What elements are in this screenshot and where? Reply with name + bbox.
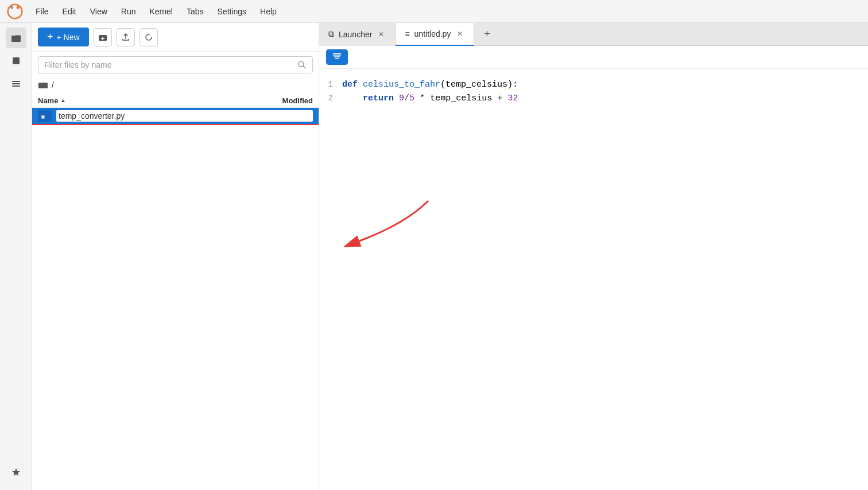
upload-button[interactable] — [117, 28, 135, 46]
file-type-icon: ▣ — [38, 110, 52, 122]
svg-text:▣: ▣ — [41, 114, 45, 119]
main-layout: + + New — [0, 23, 868, 490]
tab-add-button[interactable]: + — [475, 23, 498, 46]
menu-kernel[interactable]: Kernel — [144, 5, 178, 18]
new-folder-icon — [98, 33, 107, 42]
editor-toolbar — [319, 46, 868, 69]
menubar: File Edit View Run Kernel Tabs Settings … — [0, 0, 868, 23]
col-modified-label: Modified — [282, 96, 313, 105]
tab-untitled-close[interactable]: ✕ — [455, 29, 464, 38]
svg-point-1 — [17, 6, 20, 9]
menu-tabs[interactable]: Tabs — [181, 5, 210, 18]
tab-untitled-icon: ≡ — [405, 29, 409, 38]
tab-add-icon: + — [484, 28, 490, 40]
svg-rect-3 — [11, 36, 21, 42]
breadcrumb-path: / — [52, 80, 54, 90]
jupyter-logo — [7, 3, 23, 20]
code-area[interactable]: 1 def celsius_to_fahr(temp_celsius): 2 r… — [319, 69, 868, 490]
new-folder-button[interactable] — [94, 28, 112, 46]
menu-view[interactable]: View — [84, 5, 113, 18]
tab-launcher-close[interactable]: ✕ — [377, 30, 386, 39]
line-num-1: 1 — [319, 78, 342, 92]
svg-rect-4 — [13, 57, 20, 64]
svg-point-0 — [8, 4, 22, 18]
col-name-header[interactable]: Name — [38, 96, 244, 105]
new-button[interactable]: + + New — [38, 28, 89, 46]
menu-edit[interactable]: Edit — [57, 5, 82, 18]
svg-rect-5 — [12, 81, 20, 82]
code-content-1: def celsius_to_fahr(temp_celsius): — [342, 78, 868, 92]
editor-panel: ⧉ Launcher ✕ ≡ untitled.py ✕ + — [319, 23, 868, 490]
breadcrumb-folder-icon — [38, 80, 48, 90]
tab-launcher[interactable]: ⧉ Launcher ✕ — [319, 23, 396, 46]
filter-lines-icon — [332, 52, 342, 60]
file-browser: + + New — [32, 23, 319, 490]
breadcrumb: / — [32, 78, 319, 94]
search-icon — [297, 60, 307, 69]
editor-toolbar-btn[interactable] — [326, 49, 348, 65]
code-content-2: return 9/5 * temp_celsius + 32 — [342, 92, 868, 106]
sidebar-btn-extensions[interactable] — [6, 462, 26, 483]
sort-asc-icon — [60, 98, 66, 104]
icon-sidebar — [0, 23, 32, 490]
filter-input-wrap — [38, 56, 313, 73]
file-list: ▣ — [32, 108, 319, 490]
code-line-2: 2 return 9/5 * temp_celsius + 32 — [319, 92, 868, 106]
line-num-2: 2 — [319, 92, 342, 106]
menu-settings[interactable]: Settings — [212, 5, 253, 18]
file-name-input[interactable] — [56, 110, 313, 122]
new-button-label: + New — [57, 33, 80, 42]
python-file-icon: ▣ — [40, 111, 50, 120]
sidebar-btn-folder[interactable] — [6, 28, 26, 48]
svg-point-2 — [10, 6, 13, 9]
tab-bar: ⧉ Launcher ✕ ≡ untitled.py ✕ + — [319, 23, 868, 46]
svg-rect-6 — [12, 83, 20, 84]
upload-icon — [121, 33, 130, 42]
tab-untitled-label: untitled.py — [414, 29, 451, 38]
filter-area — [32, 52, 319, 78]
menu-run[interactable]: Run — [115, 5, 142, 18]
filter-input[interactable] — [44, 60, 293, 69]
refresh-icon — [144, 33, 153, 42]
svg-line-12 — [303, 66, 305, 68]
tab-untitled[interactable]: ≡ untitled.py ✕ — [396, 23, 474, 46]
tab-launcher-icon: ⧉ — [328, 29, 334, 39]
svg-rect-7 — [12, 85, 20, 87]
tab-launcher-label: Launcher — [339, 30, 372, 39]
file-row[interactable]: ▣ — [32, 108, 319, 124]
menu-file[interactable]: File — [30, 5, 55, 18]
col-name-label: Name — [38, 96, 58, 105]
col-modified-header: Modified — [244, 96, 313, 105]
code-line-1: 1 def celsius_to_fahr(temp_celsius): — [319, 78, 868, 92]
refresh-button[interactable] — [140, 28, 158, 46]
plus-icon: + — [47, 31, 53, 43]
sidebar-btn-stop[interactable] — [6, 50, 26, 71]
file-list-header: Name Modified — [32, 94, 319, 108]
sidebar-btn-list[interactable] — [6, 73, 26, 94]
menu-help[interactable]: Help — [254, 5, 282, 18]
file-browser-toolbar: + + New — [32, 23, 319, 52]
